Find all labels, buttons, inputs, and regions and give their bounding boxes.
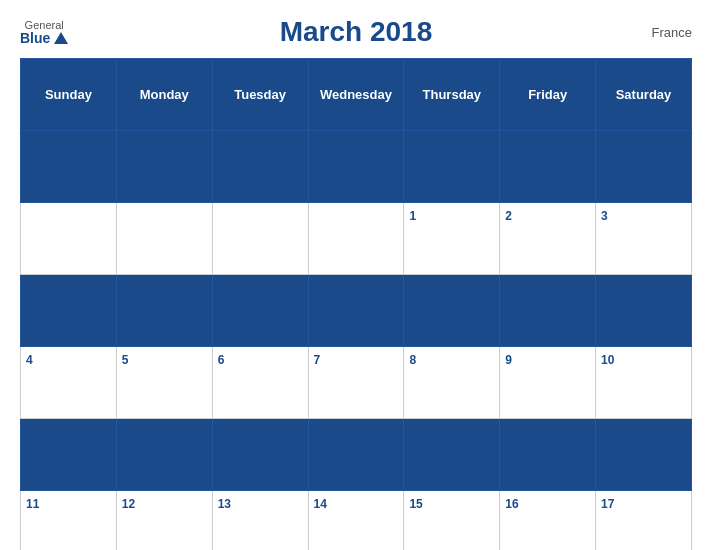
- day-cell-3: 3: [596, 203, 692, 275]
- week-row-2: 11121314151617: [21, 491, 692, 551]
- calendar-header: General Blue March 2018 France: [20, 10, 692, 52]
- weekday-header-wednesday: Wednesday: [308, 59, 404, 131]
- week-separator-row-1: [21, 275, 692, 347]
- day-number: 7: [314, 353, 321, 367]
- day-cell-12: 12: [116, 491, 212, 551]
- day-number: 10: [601, 353, 614, 367]
- logo-blue-text: Blue: [20, 31, 68, 45]
- empty-day: [21, 203, 117, 275]
- week-separator-row-2: [21, 419, 692, 491]
- day-cell-2: 2: [500, 203, 596, 275]
- day-number: 2: [505, 209, 512, 223]
- day-number: 1: [409, 209, 416, 223]
- empty-day: [308, 203, 404, 275]
- week-separator-row-0: [21, 131, 692, 203]
- day-cell-9: 9: [500, 347, 596, 419]
- day-number: 6: [218, 353, 225, 367]
- weekday-header-row: SundayMondayTuesdayWednesdayThursdayFrid…: [21, 59, 692, 131]
- week-row-0: 123: [21, 203, 692, 275]
- day-cell-13: 13: [212, 491, 308, 551]
- logo-general-text: General: [25, 20, 64, 31]
- day-number: 5: [122, 353, 129, 367]
- day-number: 8: [409, 353, 416, 367]
- day-cell-5: 5: [116, 347, 212, 419]
- week-row-1: 45678910: [21, 347, 692, 419]
- page-title: March 2018: [280, 16, 433, 48]
- empty-day: [212, 203, 308, 275]
- day-cell-14: 14: [308, 491, 404, 551]
- calendar-table: SundayMondayTuesdayWednesdayThursdayFrid…: [20, 58, 692, 550]
- weekday-header-sunday: Sunday: [21, 59, 117, 131]
- weekday-header-monday: Monday: [116, 59, 212, 131]
- day-number: 15: [409, 497, 422, 511]
- day-number: 17: [601, 497, 614, 511]
- day-number: 11: [26, 497, 39, 511]
- day-number: 4: [26, 353, 33, 367]
- day-number: 3: [601, 209, 608, 223]
- day-number: 13: [218, 497, 231, 511]
- day-cell-7: 7: [308, 347, 404, 419]
- weekday-header-tuesday: Tuesday: [212, 59, 308, 131]
- day-cell-6: 6: [212, 347, 308, 419]
- weekday-header-thursday: Thursday: [404, 59, 500, 131]
- day-cell-4: 4: [21, 347, 117, 419]
- day-cell-8: 8: [404, 347, 500, 419]
- weekday-header-friday: Friday: [500, 59, 596, 131]
- day-number: 14: [314, 497, 327, 511]
- day-number: 12: [122, 497, 135, 511]
- day-cell-10: 10: [596, 347, 692, 419]
- logo: General Blue: [20, 20, 68, 45]
- day-cell-17: 17: [596, 491, 692, 551]
- day-cell-16: 16: [500, 491, 596, 551]
- logo-triangle-icon: [54, 32, 68, 44]
- country-label: France: [652, 25, 692, 40]
- day-cell-1: 1: [404, 203, 500, 275]
- day-number: 16: [505, 497, 518, 511]
- empty-day: [116, 203, 212, 275]
- day-number: 9: [505, 353, 512, 367]
- weekday-header-saturday: Saturday: [596, 59, 692, 131]
- day-cell-11: 11: [21, 491, 117, 551]
- day-cell-15: 15: [404, 491, 500, 551]
